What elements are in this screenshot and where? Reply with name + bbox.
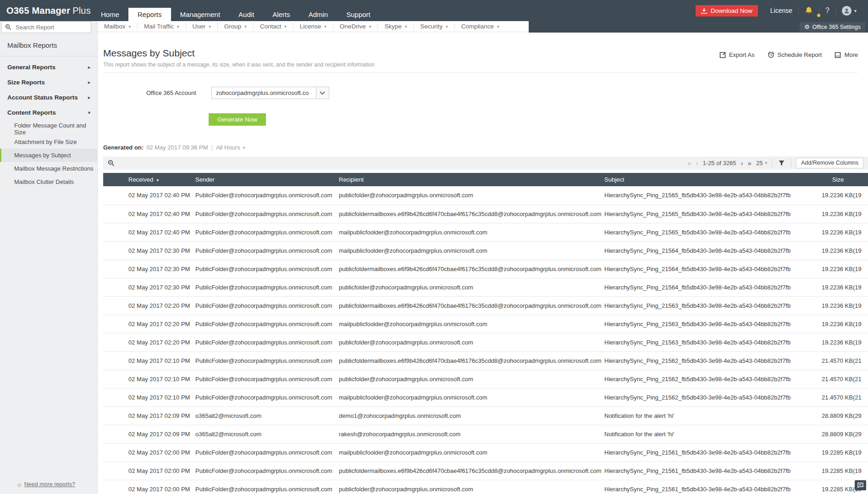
- nav-security[interactable]: Security▾: [414, 23, 454, 30]
- search-input[interactable]: [1, 22, 91, 33]
- cell-received: 02 May 2017 02:40 PM: [103, 205, 195, 223]
- chevron-down-icon: ▾: [177, 23, 179, 30]
- table-row[interactable]: 02 May 2017 02:20 PMPublicFolder@zohocor…: [103, 315, 868, 333]
- generate-now-button[interactable]: Generate Now: [209, 113, 266, 126]
- next-page-button[interactable]: ›: [741, 160, 743, 167]
- table-search-icon[interactable]: [108, 160, 115, 167]
- prev-page-button[interactable]: ‹: [696, 160, 698, 167]
- group-label: General Reports: [7, 64, 55, 71]
- tab-alerts[interactable]: Alerts: [263, 8, 299, 21]
- office-365-settings-button[interactable]: ⚙ Office 365 Settings: [800, 22, 865, 32]
- table-row[interactable]: 02 May 2017 02:00 PMPublicFolder@zohocor…: [103, 443, 868, 461]
- divider: [103, 72, 858, 73]
- table-header-row: Received▾ Sender Recipient Subject Size: [103, 173, 868, 186]
- cell-size: 21.4570 KB(21: [822, 370, 868, 388]
- logo-text-plus: Plus: [72, 6, 91, 16]
- table-row[interactable]: 02 May 2017 02:30 PMPublicFolder@zohocor…: [103, 241, 868, 260]
- column-header-subject[interactable]: Subject: [604, 173, 822, 186]
- sidebar-item-size-reports[interactable]: Size Reports ▸: [0, 75, 97, 90]
- column-header-received[interactable]: Received▾: [103, 173, 195, 186]
- sidebar-item-account-status-reports[interactable]: Account Status Reports ▸: [0, 90, 97, 105]
- sidebar-item-attachment-by-file-size[interactable]: Attachment by File Size: [0, 135, 97, 149]
- cell-sender: PublicFolder@zohocorpadmgrplus.onmicroso…: [195, 443, 339, 461]
- table-row[interactable]: 02 May 2017 02:00 PMPublicFolder@zohocor…: [103, 461, 868, 480]
- schedule-report-button[interactable]: Schedule Report: [768, 51, 822, 58]
- last-page-button[interactable]: »: [748, 160, 752, 167]
- tab-support[interactable]: Support: [337, 8, 380, 21]
- table-row[interactable]: 02 May 2017 02:40 PMPublicFolder@zohocor…: [103, 205, 868, 223]
- hours-filter-dropdown[interactable]: All Hours ▾: [216, 144, 245, 151]
- account-select[interactable]: zohocorpadmgrplus.onmicrosoft.co: [211, 87, 329, 99]
- page-title: Messages by Subject: [103, 48, 195, 59]
- cell-subject: HierarchySync_Ping_21562_fb5db430-3e98-4…: [604, 388, 822, 406]
- sidebar-item-mailbox-clutter-details[interactable]: Mailbox Clutter Details: [0, 175, 97, 189]
- tab-home[interactable]: Home: [92, 8, 128, 21]
- sidebar: Mailbox Reports General Reports ▸ Size R…: [0, 21, 98, 494]
- table-row[interactable]: 02 May 2017 02:09 PMo365alt2@microsoft.c…: [103, 406, 868, 425]
- need-more-reports-link[interactable]: ☼ Need more reports?: [17, 481, 75, 488]
- cell-received: 02 May 2017 02:40 PM: [103, 223, 195, 241]
- cell-sender: PublicFolder@zohocorpadmgrplus.onmicroso…: [195, 260, 339, 278]
- cell-sender: PublicFolder@zohocorpadmgrplus.onmicroso…: [195, 388, 339, 406]
- first-page-button[interactable]: «: [687, 160, 691, 167]
- column-header-size[interactable]: Size: [822, 173, 868, 186]
- page-size-dropdown[interactable]: 25 ▾: [756, 160, 767, 167]
- table-row[interactable]: 02 May 2017 02:00 PMPublicFolder@zohocor…: [103, 480, 868, 494]
- table-row[interactable]: 02 May 2017 02:09 PMo365alt2@microsoft.c…: [103, 425, 868, 443]
- add-remove-columns-button[interactable]: Add/Remove Columns: [796, 158, 863, 168]
- column-header-sender[interactable]: Sender: [195, 173, 339, 186]
- help-button[interactable]: ?: [819, 5, 835, 17]
- nav-license[interactable]: License▾: [293, 23, 333, 30]
- sidebar-item-content-reports[interactable]: Content Reports ▾: [0, 105, 97, 120]
- column-header-recipient[interactable]: Recipient: [339, 173, 604, 186]
- nav-label: User: [193, 23, 206, 30]
- cell-sender: PublicFolder@zohocorpadmgrplus.onmicroso…: [195, 186, 339, 205]
- logo-text: O365 Manager: [6, 6, 70, 16]
- user-menu[interactable]: ▾: [836, 5, 862, 17]
- need-more-reports-label: Need more reports?: [24, 481, 75, 488]
- nav-group[interactable]: Group▾: [218, 23, 254, 30]
- sidebar-item-mailbox-message-restrictions[interactable]: Mailbox Message Restrictions: [0, 162, 97, 175]
- cell-sender: o365alt2@microsoft.com: [195, 425, 339, 443]
- table-row[interactable]: 02 May 2017 02:20 PMPublicFolder@zohocor…: [103, 333, 868, 351]
- tab-reports[interactable]: Reports: [128, 8, 171, 21]
- sidebar-item-folder-message-count[interactable]: Folder Message Count and Size: [0, 122, 97, 135]
- cell-size: 19.2236 KB(19: [822, 223, 868, 241]
- filter-funnel-icon[interactable]: [777, 160, 786, 166]
- chevron-right-icon: ▸: [88, 80, 90, 85]
- nav-user[interactable]: User▾: [186, 23, 218, 30]
- main-nav: Home Reports Management Audit Alerts Adm…: [92, 0, 380, 21]
- table-row[interactable]: 02 May 2017 02:20 PMPublicFolder@zohocor…: [103, 296, 868, 315]
- table-row[interactable]: 02 May 2017 02:10 PMPublicFolder@zohocor…: [103, 370, 868, 388]
- nav-onedrive[interactable]: OneDrive▾: [333, 23, 378, 30]
- sidebar-item-messages-by-subject[interactable]: Messages by Subject: [0, 149, 97, 162]
- table-row[interactable]: 02 May 2017 02:30 PMPublicFolder@zohocor…: [103, 278, 868, 296]
- avatar: [842, 6, 851, 16]
- download-now-button[interactable]: Download Now: [696, 5, 758, 17]
- cell-received: 02 May 2017 02:30 PM: [103, 241, 195, 260]
- cell-size: 19.2236 KB(19: [822, 205, 868, 223]
- tab-management[interactable]: Management: [171, 8, 230, 21]
- more-button[interactable]: More: [835, 51, 858, 58]
- table-row[interactable]: 02 May 2017 02:10 PMPublicFolder@zohocor…: [103, 388, 868, 406]
- cell-recipient: mailpublicfoolder@zohocorpadmgrplus.onmi…: [339, 223, 604, 241]
- cell-recipient: publicfoldermailboxes.e6f9b426cd6f470cba…: [339, 351, 604, 370]
- table-row[interactable]: 02 May 2017 02:40 PMPublicFolder@zohocor…: [103, 186, 868, 205]
- nav-mail-traffic[interactable]: Mail Traffic▾: [138, 23, 186, 30]
- nav-compliance[interactable]: Compliance▾: [455, 23, 506, 30]
- cell-size: 19.2285 KB(19: [822, 443, 868, 461]
- table-row[interactable]: 02 May 2017 02:40 PMPublicFolder@zohocor…: [103, 223, 868, 241]
- tab-admin[interactable]: Admin: [299, 8, 337, 21]
- nav-contact[interactable]: Contact▾: [254, 23, 293, 30]
- notifications-bell-icon[interactable]: [799, 5, 819, 17]
- feedback-chat-button[interactable]: [855, 480, 866, 490]
- table-row[interactable]: 02 May 2017 02:10 PMPublicFolder@zohocor…: [103, 351, 868, 370]
- nav-skype[interactable]: Skype▾: [378, 23, 414, 30]
- tab-audit[interactable]: Audit: [229, 8, 263, 21]
- nav-mailbox[interactable]: Mailbox▾: [98, 23, 138, 30]
- sidebar-item-general-reports[interactable]: General Reports ▸: [0, 60, 97, 75]
- table-row[interactable]: 02 May 2017 02:30 PMPublicFolder@zohocor…: [103, 260, 868, 278]
- export-as-button[interactable]: Export As: [719, 51, 755, 58]
- license-link[interactable]: License: [764, 5, 798, 17]
- account-label: Office 365 Account: [146, 89, 196, 96]
